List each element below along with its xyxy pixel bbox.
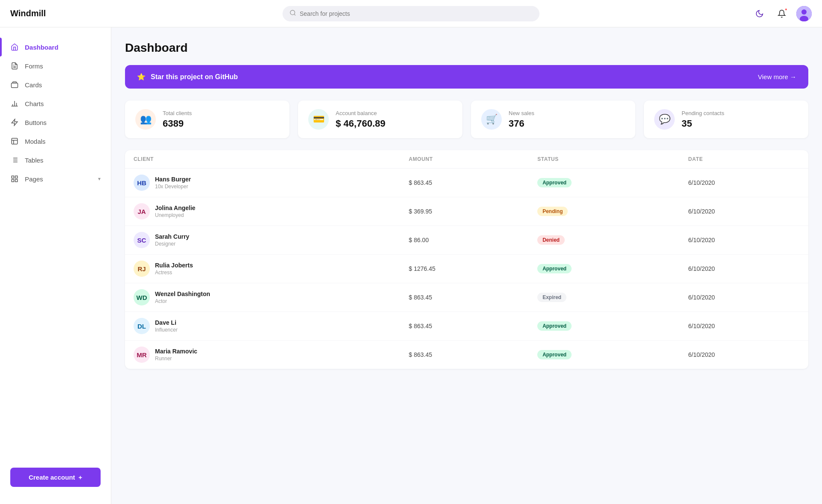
status-cell: Expired [529, 283, 679, 312]
github-banner: ⭐ Star this project on GitHub View more … [125, 65, 808, 89]
status-cell: Approved [529, 169, 679, 197]
chevron-down-icon: ▾ [98, 176, 101, 182]
amount-cell: $ 863.45 [400, 341, 529, 369]
sidebar-tables-label: Tables [25, 157, 101, 164]
sidebar-item-forms[interactable]: Forms [0, 56, 111, 75]
sidebar-item-modals[interactable]: Modals [0, 132, 111, 151]
account-balance-icon: 💳 [308, 109, 329, 130]
stats-grid: 👥 Total clients 6389 💳 Account balance $… [125, 101, 808, 138]
sidebar: Dashboard Forms Cards [0, 27, 111, 504]
sidebar-item-tables[interactable]: Tables [0, 151, 111, 169]
charts-icon [10, 99, 19, 108]
client-role: Actor [155, 298, 210, 304]
client-avatar: WD [134, 289, 150, 305]
date-cell: 6/10/2020 [680, 255, 808, 283]
modals-icon [10, 137, 19, 145]
cards-icon [10, 80, 19, 89]
sidebar-pages-label: Pages [25, 175, 92, 183]
client-name: Sarah Curry [155, 233, 189, 240]
client-role: Actress [155, 270, 193, 276]
main-layout: Dashboard Forms Cards [0, 27, 822, 504]
status-badge: Approved [537, 350, 572, 359]
client-avatar: MR [134, 347, 150, 363]
client-role: Influencer [155, 327, 178, 333]
client-name: Dave Li [155, 319, 178, 326]
notification-dot [784, 8, 788, 11]
status-badge: Approved [537, 178, 572, 187]
table-row: MR Maria Ramovic Runner $ 863.45 Approve… [125, 341, 808, 369]
table-header-row: CLIENT AMOUNT STATUS DATE [125, 150, 808, 169]
table-row: JA Jolina Angelie Unemployed $ 369.95 Pe… [125, 197, 808, 226]
client-avatar: SC [134, 232, 150, 248]
svg-rect-20 [15, 176, 18, 178]
status-badge: Approved [537, 321, 572, 331]
stat-card-total-clients: 👥 Total clients 6389 [125, 101, 289, 138]
create-account-button[interactable]: Create account + [10, 468, 101, 487]
home-icon [10, 43, 19, 51]
tables-icon [10, 156, 19, 164]
client-cell: JA Jolina Angelie Unemployed [125, 197, 400, 226]
svg-rect-6 [12, 83, 18, 88]
date-cell: 6/10/2020 [680, 341, 808, 369]
sidebar-item-cards[interactable]: Cards [0, 75, 111, 94]
table-row: DL Dave Li Influencer $ 863.45 Approved … [125, 312, 808, 341]
banner-link[interactable]: View more → [758, 73, 796, 80]
create-account-label: Create account [29, 474, 75, 481]
banner-content: ⭐ Star this project on GitHub [137, 73, 238, 81]
sidebar-item-buttons[interactable]: Buttons [0, 113, 111, 132]
status-cell: Approved [529, 255, 679, 283]
status-badge: Pending [537, 207, 568, 216]
table-row: RJ Rulia Joberts Actress $ 1276.45 Appro… [125, 255, 808, 283]
sidebar-item-charts[interactable]: Charts [0, 94, 111, 113]
pages-icon [10, 175, 19, 183]
buttons-icon [10, 118, 19, 127]
sidebar-footer: Create account + [0, 461, 111, 494]
table-row: HB Hans Burger 10x Developer $ 863.45 Ap… [125, 169, 808, 197]
svg-rect-19 [12, 176, 14, 178]
stat-card-account-balance: 💳 Account balance $ 46,760.89 [298, 101, 462, 138]
client-name: Hans Burger [155, 176, 191, 183]
client-name: Maria Ramovic [155, 348, 197, 355]
date-cell: 6/10/2020 [680, 283, 808, 312]
account-balance-label: Account balance [336, 110, 385, 116]
status-cell: Pending [529, 197, 679, 226]
app-logo: Windmill [10, 9, 122, 18]
date-cell: 6/10/2020 [680, 226, 808, 255]
new-sales-icon: 🛒 [481, 109, 502, 130]
amount-cell: $ 863.45 [400, 283, 529, 312]
star-icon: ⭐ [137, 73, 146, 81]
svg-rect-22 [12, 180, 14, 182]
dark-mode-button[interactable] [752, 6, 767, 21]
sidebar-item-pages[interactable]: Pages ▾ [0, 169, 111, 188]
client-cell: HB Hans Burger 10x Developer [125, 169, 400, 197]
svg-rect-21 [15, 180, 18, 182]
client-name: Jolina Angelie [155, 205, 195, 211]
transactions-table-card: CLIENT AMOUNT STATUS DATE HB Hans Burger… [125, 150, 808, 369]
search-input[interactable] [300, 10, 533, 17]
svg-marker-11 [12, 119, 18, 126]
amount-cell: $ 86.00 [400, 226, 529, 255]
client-cell: WD Wenzel Dashington Actor [125, 283, 400, 312]
pending-contacts-icon: 💬 [654, 109, 675, 130]
col-status: STATUS [529, 150, 679, 169]
transactions-table: CLIENT AMOUNT STATUS DATE HB Hans Burger… [125, 150, 808, 369]
sidebar-cards-label: Cards [25, 81, 101, 89]
table-row: WD Wenzel Dashington Actor $ 863.45 Expi… [125, 283, 808, 312]
client-role: 10x Developer [155, 184, 191, 190]
date-cell: 6/10/2020 [680, 169, 808, 197]
avatar[interactable] [796, 6, 812, 21]
amount-cell: $ 863.45 [400, 169, 529, 197]
status-cell: Denied [529, 226, 679, 255]
sidebar-item-dashboard[interactable]: Dashboard [0, 38, 111, 56]
stat-card-pending-contacts: 💬 Pending contacts 35 [644, 101, 808, 138]
status-badge: Approved [537, 264, 572, 273]
amount-cell: $ 1276.45 [400, 255, 529, 283]
total-clients-value: 6389 [163, 118, 192, 129]
col-date: DATE [680, 150, 808, 169]
status-cell: Approved [529, 341, 679, 369]
notifications-button[interactable] [774, 6, 789, 21]
client-avatar: JA [134, 203, 150, 219]
client-name: Rulia Joberts [155, 262, 193, 269]
top-header: Windmill [0, 0, 822, 27]
forms-icon [10, 62, 19, 70]
